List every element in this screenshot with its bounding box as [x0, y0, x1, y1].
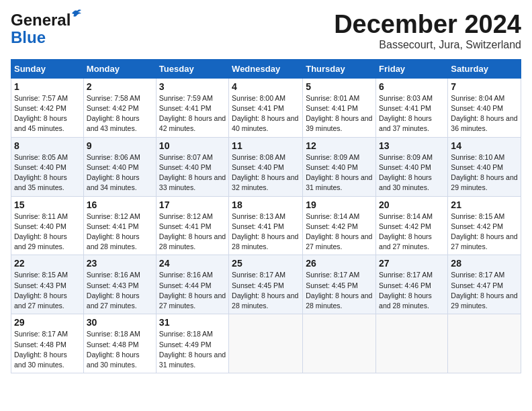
day-number: 11 [232, 140, 300, 151]
day-info: Sunrise: 8:15 AM Sunset: 4:42 PM Dayligh… [451, 212, 518, 253]
day-number: 27 [379, 258, 445, 269]
weekday-header-monday: Monday [83, 59, 156, 78]
calendar-cell: 13Sunrise: 8:09 AM Sunset: 4:40 PM Dayli… [376, 137, 448, 196]
calendar-cell: 2Sunrise: 7:58 AM Sunset: 4:42 PM Daylig… [83, 78, 156, 137]
calendar-cell: 24Sunrise: 8:16 AM Sunset: 4:44 PM Dayli… [156, 255, 228, 314]
day-info: Sunrise: 8:14 AM Sunset: 4:42 PM Dayligh… [306, 212, 373, 253]
calendar-cell: 9Sunrise: 8:06 AM Sunset: 4:40 PM Daylig… [83, 137, 156, 196]
logo-blue: Blue [11, 28, 46, 47]
day-info: Sunrise: 8:16 AM Sunset: 4:44 PM Dayligh… [159, 270, 226, 311]
weekday-header-saturday: Saturday [448, 59, 521, 78]
weekday-header-tuesday: Tuesday [156, 59, 228, 78]
calendar-cell: 22Sunrise: 8:15 AM Sunset: 4:43 PM Dayli… [11, 255, 84, 314]
page-header: General Blue December 2024 Bassecourt, J… [11, 11, 521, 51]
day-number: 4 [232, 81, 300, 92]
calendar-cell: 5Sunrise: 8:01 AM Sunset: 4:41 PM Daylig… [303, 78, 376, 137]
day-info: Sunrise: 8:09 AM Sunset: 4:40 PM Dayligh… [306, 152, 373, 193]
calendar-week-row: 1Sunrise: 7:57 AM Sunset: 4:42 PM Daylig… [11, 78, 521, 137]
logo-bird-icon [71, 8, 83, 19]
calendar-cell: 16Sunrise: 8:12 AM Sunset: 4:41 PM Dayli… [83, 196, 156, 255]
calendar-cell: 14Sunrise: 8:10 AM Sunset: 4:40 PM Dayli… [448, 137, 521, 196]
day-info: Sunrise: 8:03 AM Sunset: 4:41 PM Dayligh… [379, 93, 445, 134]
calendar-cell: 12Sunrise: 8:09 AM Sunset: 4:40 PM Dayli… [303, 137, 376, 196]
day-info: Sunrise: 8:07 AM Sunset: 4:40 PM Dayligh… [159, 152, 226, 193]
day-info: Sunrise: 8:15 AM Sunset: 4:43 PM Dayligh… [14, 270, 81, 311]
day-number: 8 [14, 140, 81, 151]
day-number: 16 [87, 199, 153, 210]
day-number: 3 [159, 81, 226, 92]
calendar-cell: 27Sunrise: 8:17 AM Sunset: 4:46 PM Dayli… [376, 255, 448, 314]
calendar-week-row: 22Sunrise: 8:15 AM Sunset: 4:43 PM Dayli… [11, 255, 521, 314]
month-title: December 2024 [334, 11, 521, 39]
calendar-cell: 29Sunrise: 8:17 AM Sunset: 4:48 PM Dayli… [11, 314, 84, 373]
day-info: Sunrise: 8:17 AM Sunset: 4:47 PM Dayligh… [451, 270, 518, 311]
day-info: Sunrise: 8:18 AM Sunset: 4:49 PM Dayligh… [159, 329, 226, 370]
calendar-cell: 30Sunrise: 8:18 AM Sunset: 4:48 PM Dayli… [83, 314, 156, 373]
day-info: Sunrise: 8:12 AM Sunset: 4:41 PM Dayligh… [159, 212, 226, 253]
day-number: 21 [451, 199, 518, 210]
day-number: 6 [379, 81, 445, 92]
calendar-week-row: 15Sunrise: 8:11 AM Sunset: 4:40 PM Dayli… [11, 196, 521, 255]
day-number: 10 [159, 140, 226, 151]
calendar-cell: 1Sunrise: 7:57 AM Sunset: 4:42 PM Daylig… [11, 78, 84, 137]
calendar-cell: 18Sunrise: 8:13 AM Sunset: 4:41 PM Dayli… [229, 196, 303, 255]
day-number: 20 [379, 199, 445, 210]
day-info: Sunrise: 8:09 AM Sunset: 4:40 PM Dayligh… [379, 152, 445, 193]
day-number: 29 [14, 317, 81, 328]
calendar-cell: 6Sunrise: 8:03 AM Sunset: 4:41 PM Daylig… [376, 78, 448, 137]
day-number: 24 [159, 258, 226, 269]
day-info: Sunrise: 8:06 AM Sunset: 4:40 PM Dayligh… [87, 152, 153, 193]
calendar-cell: 31Sunrise: 8:18 AM Sunset: 4:49 PM Dayli… [156, 314, 228, 373]
day-info: Sunrise: 8:12 AM Sunset: 4:41 PM Dayligh… [87, 212, 153, 253]
day-number: 2 [87, 81, 153, 92]
calendar-cell: 21Sunrise: 8:15 AM Sunset: 4:42 PM Dayli… [448, 196, 521, 255]
calendar-cell: 25Sunrise: 8:17 AM Sunset: 4:45 PM Dayli… [229, 255, 303, 314]
logo: General Blue [11, 11, 71, 47]
day-number: 17 [159, 199, 226, 210]
day-info: Sunrise: 8:10 AM Sunset: 4:40 PM Dayligh… [451, 152, 518, 193]
day-info: Sunrise: 8:00 AM Sunset: 4:41 PM Dayligh… [232, 93, 300, 134]
day-info: Sunrise: 8:08 AM Sunset: 4:40 PM Dayligh… [232, 152, 300, 193]
day-info: Sunrise: 8:05 AM Sunset: 4:40 PM Dayligh… [14, 152, 81, 193]
calendar-cell [303, 314, 376, 373]
calendar-cell [376, 314, 448, 373]
calendar-cell: 19Sunrise: 8:14 AM Sunset: 4:42 PM Dayli… [303, 196, 376, 255]
day-number: 18 [232, 199, 300, 210]
weekday-header-row: SundayMondayTuesdayWednesdayThursdayFrid… [11, 59, 521, 78]
weekday-header-thursday: Thursday [303, 59, 376, 78]
calendar-week-row: 29Sunrise: 8:17 AM Sunset: 4:48 PM Dayli… [11, 314, 521, 373]
calendar-week-row: 8Sunrise: 8:05 AM Sunset: 4:40 PM Daylig… [11, 137, 521, 196]
calendar-cell: 26Sunrise: 8:17 AM Sunset: 4:45 PM Dayli… [303, 255, 376, 314]
calendar-cell: 4Sunrise: 8:00 AM Sunset: 4:41 PM Daylig… [229, 78, 303, 137]
calendar-cell: 3Sunrise: 7:59 AM Sunset: 4:41 PM Daylig… [156, 78, 228, 137]
location-subtitle: Bassecourt, Jura, Switzerland [334, 39, 521, 51]
day-info: Sunrise: 7:57 AM Sunset: 4:42 PM Dayligh… [14, 93, 81, 134]
day-info: Sunrise: 8:17 AM Sunset: 4:45 PM Dayligh… [232, 270, 300, 311]
calendar-cell: 7Sunrise: 8:04 AM Sunset: 4:40 PM Daylig… [448, 78, 521, 137]
day-info: Sunrise: 8:01 AM Sunset: 4:41 PM Dayligh… [306, 93, 373, 134]
calendar-cell [448, 314, 521, 373]
calendar-cell: 23Sunrise: 8:16 AM Sunset: 4:43 PM Dayli… [83, 255, 156, 314]
day-number: 14 [451, 140, 518, 151]
day-number: 25 [232, 258, 300, 269]
day-number: 22 [14, 258, 81, 269]
weekday-header-wednesday: Wednesday [229, 59, 303, 78]
calendar-table: SundayMondayTuesdayWednesdayThursdayFrid… [11, 59, 521, 373]
day-number: 19 [306, 199, 373, 210]
calendar-title-area: December 2024 Bassecourt, Jura, Switzerl… [334, 11, 521, 51]
day-info: Sunrise: 8:11 AM Sunset: 4:40 PM Dayligh… [14, 212, 81, 253]
day-number: 31 [159, 317, 226, 328]
calendar-cell: 15Sunrise: 8:11 AM Sunset: 4:40 PM Dayli… [11, 196, 84, 255]
day-number: 26 [306, 258, 373, 269]
calendar-cell: 8Sunrise: 8:05 AM Sunset: 4:40 PM Daylig… [11, 137, 84, 196]
calendar-cell [229, 314, 303, 373]
day-number: 12 [306, 140, 373, 151]
day-number: 5 [306, 81, 373, 92]
day-info: Sunrise: 7:58 AM Sunset: 4:42 PM Dayligh… [87, 93, 153, 134]
day-number: 1 [14, 81, 81, 92]
calendar-cell: 10Sunrise: 8:07 AM Sunset: 4:40 PM Dayli… [156, 137, 228, 196]
weekday-header-friday: Friday [376, 59, 448, 78]
calendar-cell: 28Sunrise: 8:17 AM Sunset: 4:47 PM Dayli… [448, 255, 521, 314]
day-number: 15 [14, 199, 81, 210]
day-number: 30 [87, 317, 153, 328]
